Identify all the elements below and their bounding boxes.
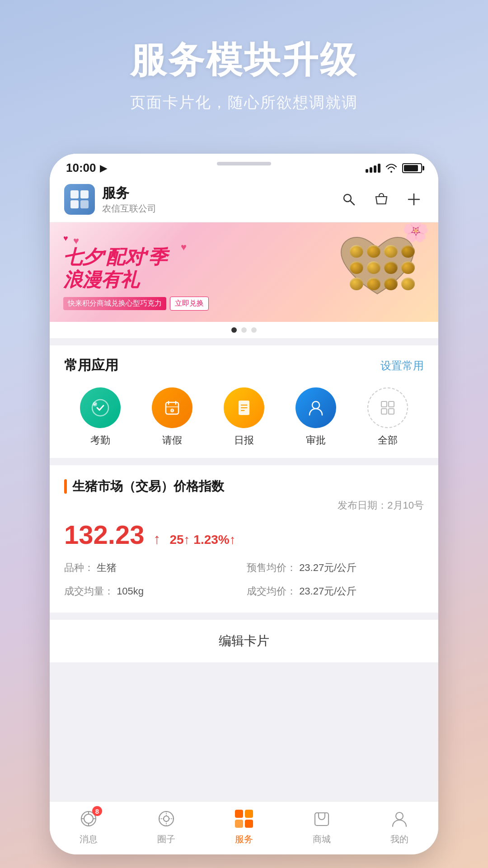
common-apps-title: 常用应用 (64, 356, 118, 375)
banner-container[interactable]: 🌸 ♥ 七夕'配对'季 浪漫有礼 快来积分商城兑换心型巧克力 立即兑换 (50, 222, 438, 322)
svg-rect-19 (389, 401, 394, 407)
header-actions (339, 189, 424, 209)
price-card-title: 生猪市场（交易）价格指数 (72, 478, 224, 495)
signal-icon (366, 164, 380, 173)
app-item-approval[interactable]: 审批 (280, 387, 352, 447)
svg-line-1 (350, 201, 354, 205)
app-item-attendance[interactable]: 考勤 (64, 387, 136, 447)
edit-card-button[interactable]: 编辑卡片 (50, 620, 438, 662)
phone-mockup: 10:00 ▶ (50, 154, 438, 854)
messages-badge: 8 (92, 806, 102, 816)
battery-icon (402, 163, 422, 173)
nav-label-mine: 我的 (390, 833, 408, 845)
app-item-all[interactable]: 全部 (352, 387, 424, 447)
phone-screen: 10:00 ▶ (50, 154, 438, 854)
mine-icon (390, 809, 409, 828)
price-details: 品种： 生猪 预售均价： 23.27元/公斤 成交均量： 105kg 成交均价：… (64, 559, 424, 600)
mall-icon (312, 809, 331, 828)
nav-item-mine[interactable]: 我的 (361, 807, 438, 845)
app-icon-approval (296, 387, 336, 428)
app-label-approval: 审批 (306, 434, 326, 447)
dot-2[interactable] (241, 327, 247, 333)
app-label-all: 全部 (378, 434, 398, 447)
app-icon-leave (152, 387, 192, 428)
price-main: 132.23 ↑ 25↑ 1.23%↑ (64, 519, 424, 550)
price-change: 25↑ 1.23%↑ (169, 533, 235, 547)
app-brand: 服务 农信互联公司 (64, 184, 156, 215)
scroll-content[interactable]: 🌸 ♥ 七夕'配对'季 浪漫有礼 快来积分商城兑换心型巧克力 立即兑换 (50, 222, 438, 801)
app-brand-name: 服务 (102, 184, 156, 203)
heart-deco2: ♥ (181, 241, 187, 253)
location-icon: ▶ (100, 163, 107, 174)
common-apps-section: 常用应用 设置常用 考勤 (50, 345, 438, 458)
svg-point-39 (396, 812, 403, 820)
banner-section: 🌸 ♥ 七夕'配对'季 浪漫有礼 快来积分商城兑换心型巧克力 立即兑换 (50, 222, 438, 338)
nav-icon-wrap-circles (155, 807, 178, 830)
status-bar: 10:00 ▶ (50, 154, 438, 179)
trade-price-row: 成交均价： 23.27元/公斤 (247, 582, 424, 600)
svg-rect-37 (245, 820, 253, 828)
banner-right (334, 231, 425, 313)
svg-rect-20 (381, 409, 387, 414)
status-icons (366, 163, 422, 173)
svg-rect-36 (235, 820, 243, 828)
nav-icon-wrap-mall (310, 807, 333, 830)
nav-label-messages: 消息 (80, 833, 98, 845)
price-date: 发布日期：2月10号 (64, 499, 424, 512)
nav-item-mall[interactable]: 商城 (283, 807, 361, 845)
wifi-icon (385, 164, 398, 173)
set-common-action[interactable]: 设置常用 (380, 359, 424, 373)
add-icon[interactable] (404, 189, 424, 209)
volume-row: 成交均量： 105kg (64, 582, 241, 600)
app-label-report: 日报 (234, 434, 254, 447)
svg-rect-21 (389, 409, 394, 414)
services-icon (233, 808, 255, 830)
svg-rect-34 (235, 810, 243, 818)
svg-point-12 (172, 411, 173, 412)
nav-label-services: 服务 (235, 833, 253, 845)
nav-label-mall: 商城 (313, 833, 331, 845)
circles-icon (157, 809, 176, 828)
banner-dots (50, 322, 438, 338)
nav-icon-wrap-services (232, 807, 256, 830)
promo-title: 服务模块升级 (0, 36, 488, 85)
banner-heart-left: ♥ (63, 234, 334, 243)
bag-icon[interactable] (371, 189, 391, 209)
app-icon-attendance (80, 387, 121, 428)
banner-left: ♥ 七夕'配对'季 浪漫有礼 快来积分商城兑换心型巧克力 立即兑换 (63, 234, 334, 311)
app-logo (64, 184, 95, 215)
search-icon[interactable] (339, 189, 359, 209)
app-icon-all (367, 387, 408, 428)
app-label-leave: 请假 (162, 434, 182, 447)
app-label-attendance: 考勤 (90, 434, 110, 447)
nav-item-circles[interactable]: 圈子 (127, 807, 205, 845)
dot-1[interactable] (231, 327, 237, 333)
banner-tag[interactable]: 快来积分商城兑换心型巧克力 (63, 297, 166, 310)
nav-icon-wrap-messages: 8 (77, 807, 100, 830)
phone-notch (217, 162, 271, 165)
app-item-report[interactable]: 日报 (208, 387, 280, 447)
heart-deco1: ♥ (73, 235, 79, 247)
svg-rect-6 (166, 402, 178, 414)
nav-item-messages[interactable]: 8 消息 (50, 807, 127, 845)
price-up-arrow: ↑ (153, 531, 160, 547)
svg-rect-18 (381, 401, 387, 407)
price-card-header: 生猪市场（交易）价格指数 (64, 478, 424, 495)
status-time: 10:00 ▶ (66, 161, 107, 175)
app-icon-report (224, 387, 264, 428)
banner-title-line2: 浪漫有礼 (63, 269, 334, 291)
nav-label-circles: 圈子 (157, 833, 175, 845)
app-header: 服务 农信互联公司 (50, 179, 438, 222)
price-accent-bar (64, 479, 67, 494)
price-value: 132.23 (64, 519, 144, 550)
svg-point-23 (84, 814, 93, 823)
app-item-leave[interactable]: 请假 (136, 387, 208, 447)
banner-cta[interactable]: 立即兑换 (170, 297, 209, 311)
svg-rect-35 (245, 810, 253, 818)
price-index-card: 生猪市场（交易）价格指数 发布日期：2月10号 132.23 ↑ 25↑ 1.2… (50, 465, 438, 613)
presale-row: 预售均价： 23.27元/公斤 (247, 559, 424, 577)
choc-grid (350, 245, 415, 290)
nav-item-services[interactable]: 服务 (205, 807, 283, 845)
nav-icon-wrap-mine (388, 807, 411, 830)
dot-3[interactable] (251, 327, 257, 333)
